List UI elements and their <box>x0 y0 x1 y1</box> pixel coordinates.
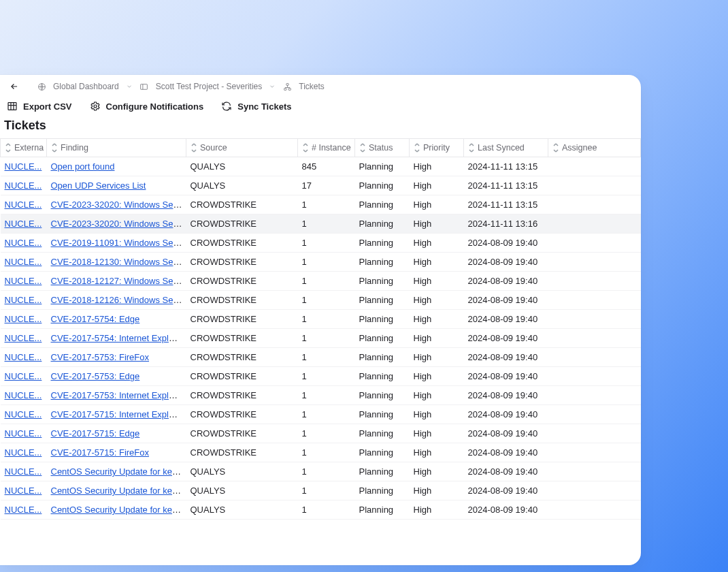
cell-priority: High <box>410 310 464 329</box>
col-header-priority[interactable]: Priority <box>410 139 464 157</box>
cell-instances: 1 <box>298 272 355 291</box>
table-row[interactable]: NUCLE...CVE-2018-12127: Windows Serve...… <box>1 272 641 291</box>
table-row[interactable]: NUCLE...CVE-2023-32020: Windows Serv...C… <box>1 195 641 214</box>
cell-external-link[interactable]: NUCLE... <box>5 371 42 381</box>
cell-finding-link[interactable]: CVE-2017-5754: Edge <box>51 314 140 324</box>
col-header-last-synced[interactable]: Last Synced <box>464 139 548 157</box>
cell-status: Planning <box>355 500 410 520</box>
cell-source: QUALYS <box>186 481 298 500</box>
cell-priority: High <box>410 291 464 310</box>
svg-rect-1 <box>141 84 148 89</box>
col-header-finding[interactable]: Finding <box>47 139 186 157</box>
breadcrumb-item-global[interactable]: Global Dashboard <box>53 82 119 91</box>
cell-instances: 1 <box>298 481 355 500</box>
cell-external-link[interactable]: NUCLE... <box>5 238 42 248</box>
cell-finding-link[interactable]: CVE-2017-5753: Edge <box>51 371 140 381</box>
table-row[interactable]: NUCLE...CVE-2017-5715: FireFoxCROWDSTRIK… <box>1 443 641 462</box>
cell-finding-link[interactable]: CVE-2018-12130: Windows Serve... <box>51 257 186 267</box>
table-row[interactable]: NUCLE...CVE-2017-5715: Internet Explorer… <box>1 405 641 424</box>
table-row[interactable]: NUCLE...CentOS Security Update for kern.… <box>1 481 641 500</box>
cell-finding-link[interactable]: CVE-2018-12127: Windows Serve... <box>51 276 186 286</box>
cell-priority: High <box>410 481 464 500</box>
cell-external-link[interactable]: NUCLE... <box>5 257 42 267</box>
cell-external-link[interactable]: NUCLE... <box>5 409 42 419</box>
cell-external-link[interactable]: NUCLE... <box>5 180 42 191</box>
cell-external-link[interactable]: NUCLE... <box>5 200 42 210</box>
toolbar: Export CSV Configure Notifications Sync … <box>0 97 641 118</box>
cell-finding: CVE-2017-5715: Internet Explorer... <box>47 405 186 424</box>
col-header-status[interactable]: Status <box>355 139 410 157</box>
table-row[interactable]: NUCLE...CVE-2023-32020: Windows Serv...C… <box>1 214 641 234</box>
col-header-source[interactable]: Source <box>186 139 298 157</box>
cell-finding: CentOS Security Update for kern... <box>47 481 186 500</box>
cell-last-synced: 2024-11-11 13:15 <box>464 176 548 195</box>
cell-external-link[interactable]: NUCLE... <box>5 161 42 172</box>
cell-finding-link[interactable]: CVE-2023-32020: Windows Serv... <box>51 219 186 229</box>
cell-external-link[interactable]: NUCLE... <box>5 390 42 400</box>
cell-finding-link[interactable]: CVE-2017-5715: FireFox <box>51 447 150 458</box>
table-icon <box>7 101 18 112</box>
table-row[interactable]: NUCLE...CVE-2019-11091: Windows Serve...… <box>1 234 641 253</box>
cell-external-link[interactable]: NUCLE... <box>5 219 42 229</box>
export-csv-label: Export CSV <box>23 101 72 112</box>
cell-external-link[interactable]: NUCLE... <box>5 486 42 496</box>
sort-icon <box>191 143 197 153</box>
sync-tickets-button[interactable]: Sync Tickets <box>221 101 291 112</box>
cell-finding-link[interactable]: Open port found <box>51 161 115 172</box>
table-row[interactable]: NUCLE...CentOS Security Update for kern.… <box>1 500 641 520</box>
cell-finding: CVE-2017-5753: Internet Explorer... <box>47 386 186 405</box>
cell-status: Planning <box>355 195 410 214</box>
cell-external-link[interactable]: NUCLE... <box>5 428 42 439</box>
page-title: Tickets <box>0 118 641 138</box>
cell-external-link[interactable]: NUCLE... <box>5 333 42 343</box>
cell-finding-link[interactable]: CentOS Security Update for kern... <box>51 505 186 515</box>
cell-external-link[interactable]: NUCLE... <box>5 276 42 286</box>
cell-finding-link[interactable]: CVE-2019-11091: Windows Serve... <box>51 238 186 248</box>
cell-instances: 1 <box>298 195 355 214</box>
cell-external-link[interactable]: NUCLE... <box>5 314 42 324</box>
cell-finding-link[interactable]: CVE-2023-32020: Windows Serv... <box>51 200 186 210</box>
table-row[interactable]: NUCLE...CVE-2017-5753: EdgeCROWDSTRIKE1P… <box>1 367 641 386</box>
cell-finding-link[interactable]: CVE-2017-5753: Internet Explorer... <box>51 390 186 400</box>
cell-finding-link[interactable]: CVE-2017-5754: Internet Explorer... <box>51 333 186 343</box>
back-icon[interactable] <box>10 82 19 91</box>
cell-finding-link[interactable]: CVE-2018-12126: Windows Serve... <box>51 295 186 305</box>
cell-finding-link[interactable]: CentOS Security Update for kern... <box>51 486 186 496</box>
cell-finding-link[interactable]: Open UDP Services List <box>51 180 146 191</box>
cell-priority: High <box>410 329 464 348</box>
col-header-assignee[interactable]: Assignee <box>548 139 641 157</box>
col-header-external[interactable]: Externa <box>1 139 47 157</box>
chevron-down-icon[interactable] <box>269 83 276 90</box>
cell-instances: 1 <box>298 367 355 386</box>
cell-finding-link[interactable]: CentOS Security Update for kern... <box>51 466 186 477</box>
configure-notifications-button[interactable]: Configure Notifications <box>90 101 204 112</box>
breadcrumb-item-project[interactable]: Scott Test Project - Severities <box>156 82 263 91</box>
cell-source: CROWDSTRIKE <box>186 348 298 367</box>
table-row[interactable]: NUCLE...Open UDP Services ListQUALYS17Pl… <box>1 176 641 195</box>
cell-finding-link[interactable]: CVE-2017-5753: FireFox <box>51 352 150 362</box>
cell-finding-link[interactable]: CVE-2017-5715: Edge <box>51 428 140 439</box>
table-row[interactable]: NUCLE...CVE-2017-5753: Internet Explorer… <box>1 386 641 405</box>
table-row[interactable]: NUCLE...CentOS Security Update for kern.… <box>1 462 641 481</box>
cell-status: Planning <box>355 329 410 348</box>
table-row[interactable]: NUCLE...CVE-2018-12130: Windows Serve...… <box>1 253 641 272</box>
chevron-down-icon[interactable] <box>126 83 133 90</box>
cell-external-link[interactable]: NUCLE... <box>5 295 42 305</box>
table-row[interactable]: NUCLE...CVE-2017-5753: FireFoxCROWDSTRIK… <box>1 348 641 367</box>
export-csv-button[interactable]: Export CSV <box>7 101 72 112</box>
table-row[interactable]: NUCLE...CVE-2018-12126: Windows Serve...… <box>1 291 641 310</box>
col-header-instances[interactable]: # Instance <box>298 139 355 157</box>
cell-external-link[interactable]: NUCLE... <box>5 505 42 515</box>
cell-last-synced: 2024-08-09 19:40 <box>464 329 548 348</box>
cell-finding-link[interactable]: CVE-2017-5715: Internet Explorer... <box>51 409 186 419</box>
table-row[interactable]: NUCLE...CVE-2017-5754: EdgeCROWDSTRIKE1P… <box>1 310 641 329</box>
cell-external-link[interactable]: NUCLE... <box>5 447 42 458</box>
cell-external-link[interactable]: NUCLE... <box>5 352 42 362</box>
cell-assignee <box>548 176 641 195</box>
table-row[interactable]: NUCLE...Open port foundQUALYS845Planning… <box>1 157 641 176</box>
cell-source: CROWDSTRIKE <box>186 214 298 234</box>
table-row[interactable]: NUCLE...CVE-2017-5715: EdgeCROWDSTRIKE1P… <box>1 424 641 443</box>
breadcrumb-item-tickets[interactable]: Tickets <box>299 82 325 91</box>
cell-external-link[interactable]: NUCLE... <box>5 466 42 477</box>
table-row[interactable]: NUCLE...CVE-2017-5754: Internet Explorer… <box>1 329 641 348</box>
